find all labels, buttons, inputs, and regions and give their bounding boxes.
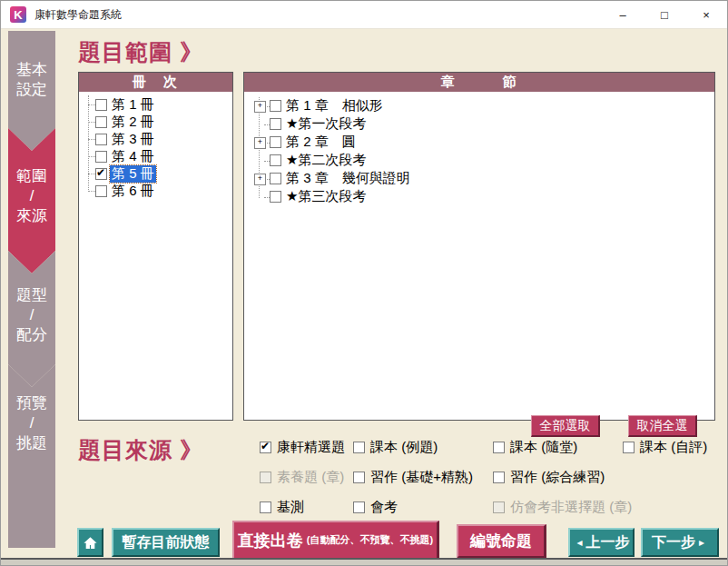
expand-icon[interactable] [254,101,266,113]
tab-label: 預覽 [16,393,47,413]
tab-label: 來源 [16,206,47,226]
list-item-volume-2[interactable]: 第 2 冊 [79,114,232,131]
checkbox[interactable] [270,136,281,148]
tree-item-exam-1[interactable]: ★第一次段考 [244,115,714,133]
maximize-button[interactable]: □ [644,1,685,28]
volume-label[interactable]: 第 4 冊 [110,148,156,165]
tab-label: 挑題 [16,433,47,453]
window-title: 康軒數學命題系統 [34,7,122,23]
volume-label[interactable]: 第 3 冊 [110,131,156,148]
tree-item-chapter-3[interactable]: 第 3 章 幾何與證明 [244,170,714,187]
checkbox[interactable] [493,472,505,483]
checkbox [493,501,505,513]
source-exam[interactable]: 會考 [353,499,398,516]
next-step-label: 下一步 [652,533,695,552]
window-controls: – □ × [602,1,727,28]
close-button[interactable]: × [685,1,727,28]
source-label: 素養題 (章) [277,469,344,486]
source-workbook-basic[interactable]: 習作 (基礎+精熟) [353,469,473,486]
checkbox[interactable] [260,442,271,453]
volume-list: 第 1 冊 第 2 冊 第 3 冊 第 4 冊 第 5 冊 [79,92,232,420]
source-label: 課本 (自評) [640,439,707,456]
minimize-button[interactable]: – [602,1,644,28]
home-icon [83,535,98,551]
select-all-button[interactable]: 全部選取 [531,415,600,437]
volume-label[interactable]: 第 6 冊 [110,183,156,200]
deselect-all-button[interactable]: 取消全選 [628,415,697,437]
app-window: K 康軒數學命題系統 – □ × 基本 設定 範圍 / 來源 題型 / 配分 預… [0,0,728,566]
previous-step-label: 上一步 [586,533,630,552]
checkbox[interactable] [95,134,107,145]
tab-label: / [30,186,34,206]
checkbox[interactable] [270,173,281,184]
list-item-volume-1[interactable]: 第 1 冊 [79,96,232,114]
checkbox[interactable] [353,442,365,453]
list-item-volume-6[interactable]: 第 6 冊 [79,183,232,200]
checkbox[interactable] [623,442,635,453]
checkbox[interactable] [270,191,281,203]
left-arrow-icon: ◂ [576,536,582,549]
source-basic-test[interactable]: 基測 [260,499,304,516]
next-step-button[interactable]: 下一步 ▸ [641,528,719,557]
list-item-volume-5[interactable]: 第 5 冊 [79,165,232,183]
expand-icon[interactable] [254,174,266,185]
list-item-volume-3[interactable]: 第 3 冊 [79,131,232,148]
tree-stub [88,156,95,157]
checkbox[interactable] [270,118,281,130]
chapter-tree: 第 1 章 相似形 ★第一次段考 第 2 章 圓 ★第二次段考 [244,92,714,420]
source-label: 基測 [277,499,304,516]
volume-label[interactable]: 第 5 冊 [110,165,156,183]
source-label: 習作 (基礎+精熟) [370,469,473,486]
checkbox[interactable] [95,116,107,128]
tab-label: / [30,413,34,433]
source-textbook-examples[interactable]: 課本 (例題) [353,439,438,456]
checkbox[interactable] [95,99,107,111]
direct-generate-button[interactable]: 直接出卷 (自動配分、不預覽、不挑題) [232,521,439,561]
checkbox[interactable] [353,501,365,513]
chapter-label[interactable]: 第 1 章 相似形 [284,97,385,114]
checkbox[interactable] [353,472,365,483]
chapter-label[interactable]: ★第二次段考 [284,152,368,169]
numbered-generate-button[interactable]: 編號命題 [457,524,546,559]
source-workbook-综合[interactable]: 習作 (綜合練習) [493,469,605,486]
checkbox[interactable] [270,100,281,112]
checkbox[interactable] [493,442,505,453]
checkbox[interactable] [95,185,107,197]
chapter-label[interactable]: 第 3 章 幾何與證明 [284,170,412,187]
save-state-button[interactable]: 暫存目前狀態 [112,528,220,557]
source-label: 康軒精選題 [277,439,345,456]
direct-generate-note: (自動配分、不預覽、不挑題) [307,533,433,547]
tree-item-exam-2[interactable]: ★第二次段考 [244,152,714,169]
volume-panel-header: 冊 次 [79,73,232,92]
checkbox[interactable] [95,168,107,180]
tab-label: 設定 [16,80,47,100]
source-label: 課本 (隨堂) [510,439,577,456]
source-textbook-inclass[interactable]: 課本 (隨堂) [493,439,577,456]
volume-label[interactable]: 第 2 冊 [110,114,156,131]
tree-stub [88,104,95,105]
checkbox[interactable] [95,151,107,163]
tab-label: / [30,305,34,325]
tab-basic-settings[interactable]: 基本 設定 [8,31,55,151]
tab-preview-pick[interactable]: 預覽 / 挑題 [8,364,55,548]
checkbox[interactable] [260,501,271,513]
source-label: 會考 [370,499,398,516]
expand-icon[interactable] [254,137,266,149]
source-kangxuan-selected[interactable]: 康軒精選題 [260,439,345,456]
home-button[interactable] [77,528,103,557]
list-item-volume-4[interactable]: 第 4 冊 [79,148,232,165]
tree-item-chapter-1[interactable]: 第 1 章 相似形 [244,97,714,114]
chapter-label[interactable]: 第 2 章 圓 [284,134,358,151]
previous-step-button[interactable]: ◂ 上一步 [568,528,635,557]
source-label: 習作 (綜合練習) [510,469,605,486]
volume-label[interactable]: 第 1 冊 [110,96,156,114]
source-literacy[interactable]: 素養題 (章) [260,469,344,486]
tree-item-exam-3[interactable]: ★第三次段考 [244,188,714,205]
chapter-label[interactable]: ★第三次段考 [284,188,368,205]
source-textbook-selfcheck[interactable]: 課本 (自評) [623,439,707,456]
direct-generate-label: 直接出卷 [238,530,303,551]
tree-item-chapter-2[interactable]: 第 2 章 圓 [244,134,714,151]
chapter-label[interactable]: ★第一次段考 [284,115,368,133]
checkbox[interactable] [270,154,281,166]
source-mock-nonchoice[interactable]: 仿會考非選擇題 (章) [493,499,632,516]
